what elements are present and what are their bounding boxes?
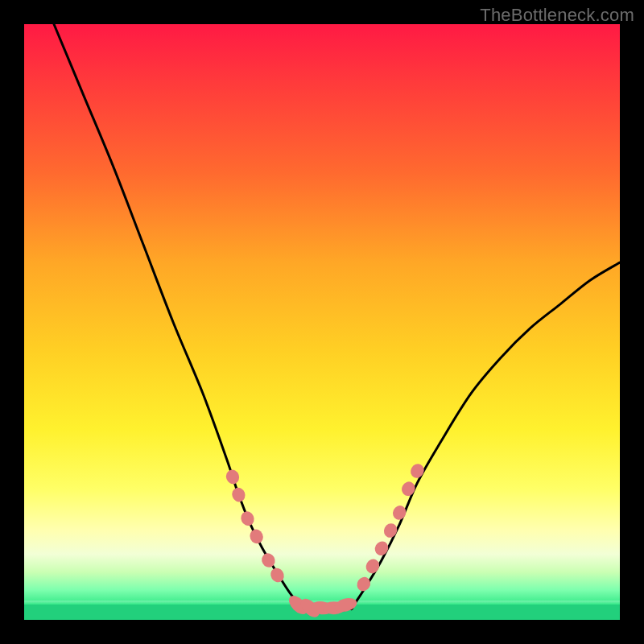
watermark-label: TheBottleneck.com [480,5,634,26]
chart-frame: TheBottleneck.com [0,0,644,644]
curve-marker [399,480,417,498]
curve-marker [248,527,266,546]
curve-path [54,24,620,611]
curve-marker [390,503,408,522]
curve-marker [259,551,278,570]
curve-markers [224,461,426,620]
curve-marker [408,461,426,480]
curve-marker [373,539,391,557]
curve-marker [364,557,382,576]
plot-area [24,24,620,620]
curve-marker [382,521,399,539]
bottleneck-curve [54,24,620,611]
curve-svg [24,24,620,620]
curve-marker [224,468,241,485]
curve-marker [239,510,257,528]
curve-marker [230,485,247,503]
